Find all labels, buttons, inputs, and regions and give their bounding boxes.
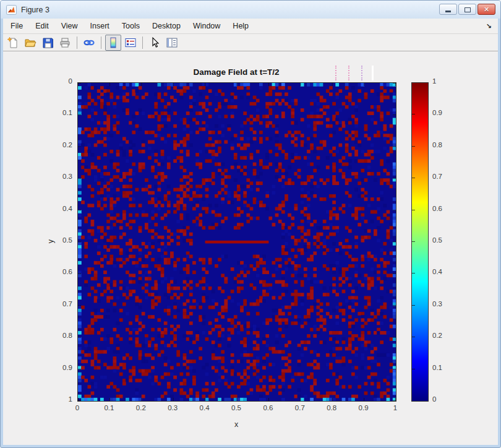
- menu-item-insert[interactable]: Insert: [84, 19, 116, 33]
- colorbar-tick-label: 0.1: [432, 364, 453, 371]
- x-axis-label: x: [77, 420, 395, 429]
- close-button[interactable]: ✕: [477, 4, 495, 15]
- colorbar-tick-mark: [412, 114, 415, 114]
- menu-item-desktop[interactable]: Desktop: [146, 19, 187, 33]
- x-tick-label: 0.4: [192, 404, 217, 411]
- window-controls: ✕: [439, 4, 495, 15]
- x-tick-label: 0.7: [288, 404, 312, 411]
- y-tick-label: 0.4: [41, 205, 72, 212]
- menu-item-edit[interactable]: Edit: [29, 19, 55, 33]
- x-tick-label: 1: [383, 404, 408, 411]
- damage-field-heatmap: [78, 83, 396, 401]
- restore-icon: [465, 7, 471, 12]
- link-plot-icon[interactable]: [81, 35, 97, 51]
- menu-item-view[interactable]: View: [55, 19, 84, 33]
- plot-artifact-dotted-line: [335, 66, 336, 80]
- colorbar-tick-label: 0.5: [432, 236, 453, 244]
- figure-canvas: Damage Field at t=T/2 x y 00.10.20.30.40…: [3, 51, 498, 445]
- y-tick-label: 0.1: [41, 109, 72, 116]
- colorbar-tick-mark: [412, 146, 415, 147]
- x-tick-label: 0.9: [351, 404, 376, 411]
- colorbar-tick-label: 1: [432, 77, 453, 85]
- colorbar-tick-mark: [412, 210, 415, 210]
- save-figure-icon[interactable]: [40, 35, 56, 51]
- plot-artifact-solid-line: [372, 66, 374, 80]
- menubar: FileEditViewInsertToolsDesktopWindowHelp…: [3, 19, 498, 34]
- colorbar-tick-mark: [412, 241, 415, 242]
- y-tick-label: 0: [41, 77, 72, 85]
- insert-colorbar-icon[interactable]: [105, 35, 121, 51]
- y-tick-label: 0.3: [41, 173, 72, 180]
- plot-artifact-dotted-line: [348, 66, 349, 80]
- y-tick-label: 0.5: [41, 236, 72, 244]
- colorbar-tick-mark: [412, 273, 415, 274]
- toolbar: [3, 34, 498, 51]
- property-editor-icon[interactable]: [164, 35, 180, 51]
- plot-artifact-dotted-line: [361, 66, 362, 80]
- colorbar-tick-label: 0.8: [432, 141, 453, 149]
- x-tick-label: 0.2: [129, 404, 153, 411]
- x-tick-label: 0.5: [224, 404, 249, 411]
- y-tick-label: 1: [41, 395, 72, 403]
- heatmap-axes: [77, 82, 396, 402]
- insert-legend-icon[interactable]: [122, 35, 139, 51]
- y-tick-label: 0.2: [41, 141, 72, 149]
- new-figure-icon[interactable]: [5, 35, 21, 51]
- colorbar-tick-label: 0.4: [432, 268, 453, 275]
- colorbar-tick-label: 0: [432, 395, 453, 403]
- colorbar: [411, 82, 429, 402]
- plot-title: Damage Field at t=T/2: [77, 67, 395, 77]
- maximize-button[interactable]: [458, 4, 476, 15]
- colorbar-tick-mark: [412, 337, 415, 337]
- colorbar-tick-label: 0.3: [432, 300, 453, 308]
- x-tick-label: 0: [65, 404, 90, 411]
- minimize-button[interactable]: [439, 4, 457, 15]
- menu-item-file[interactable]: File: [4, 19, 29, 33]
- y-tick-label: 0.6: [41, 268, 72, 275]
- colorbar-tick-label: 0.7: [432, 173, 453, 180]
- colorbar-tick-label: 0.6: [432, 205, 453, 212]
- open-file-icon[interactable]: [22, 35, 38, 51]
- toolbar-separator: [77, 37, 77, 49]
- menu-item-tools[interactable]: Tools: [116, 19, 146, 33]
- minimize-icon: [445, 11, 451, 12]
- y-tick-label: 0.7: [41, 300, 72, 308]
- colorbar-tick-label: 0.9: [432, 109, 453, 116]
- x-tick-label: 0.3: [160, 404, 185, 411]
- toolbar-separator: [101, 37, 101, 49]
- edit-plot-icon[interactable]: [147, 35, 163, 51]
- y-tick-label: 0.9: [41, 364, 72, 371]
- colorbar-tick-mark: [412, 178, 415, 178]
- toolbar-separator: [142, 37, 143, 49]
- menu-item-help[interactable]: Help: [226, 19, 255, 33]
- colorbar-tick-label: 0.2: [432, 332, 453, 339]
- x-tick-label: 0.1: [96, 404, 121, 411]
- figure-window: Figure 3 ✕ FileEditViewInsertToolsDeskto…: [0, 0, 501, 448]
- x-tick-label: 0.6: [255, 404, 280, 411]
- x-tick-label: 0.8: [319, 404, 344, 411]
- client-area: FileEditViewInsertToolsDesktopWindowHelp…: [3, 19, 498, 445]
- print-figure-icon[interactable]: [57, 35, 73, 51]
- colorbar-tick-mark: [412, 305, 415, 306]
- colorbar-tick-mark: [412, 369, 415, 369]
- menu-item-window[interactable]: Window: [187, 19, 226, 33]
- titlebar[interactable]: Figure 3 ✕: [1, 1, 500, 19]
- dock-figure-icon[interactable]: ↘: [486, 22, 492, 30]
- window-title: Figure 3: [21, 6, 49, 14]
- matlab-logo-icon: [6, 5, 17, 15]
- y-tick-label: 0.8: [41, 332, 72, 339]
